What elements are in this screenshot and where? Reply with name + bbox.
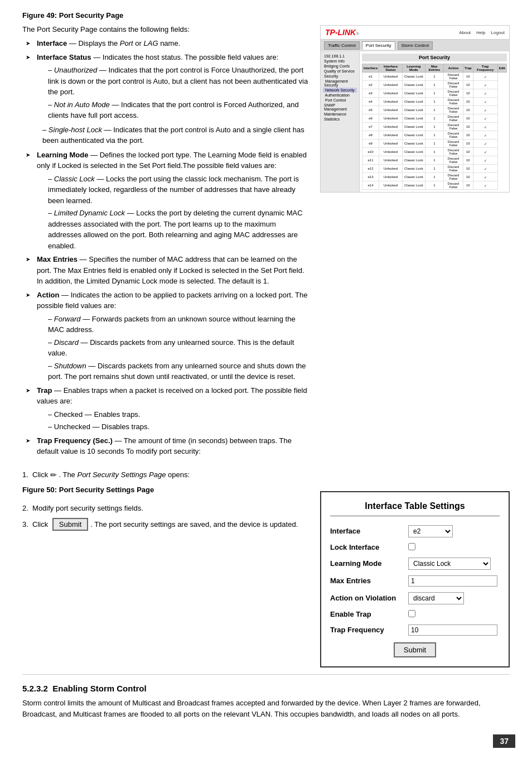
label-lock-interface: Lock Interface	[330, 543, 408, 551]
trap-frequency-input[interactable]	[408, 625, 497, 636]
settings-row-interface: Interface e2 e1 e3 e4	[330, 525, 500, 537]
sidebar-system: System Info	[323, 59, 357, 64]
table-cell: Classic Lock	[402, 148, 425, 156]
table-cell: ✓	[473, 114, 497, 123]
table-cell: Unlocked	[379, 73, 403, 81]
nav-about: About	[459, 30, 471, 35]
router-header: TP-LINK® About Help Logout	[321, 26, 509, 40]
sidebar-network-security: Network Security	[323, 88, 357, 93]
table-cell: 10	[463, 114, 473, 123]
table-cell: Unlocked	[379, 156, 403, 165]
table-cell: Classic Lock	[402, 89, 425, 98]
value-max-entries[interactable]	[408, 575, 500, 587]
table-cell: 1	[425, 140, 443, 148]
table-cell: 10	[463, 181, 473, 190]
table-cell: Unlocked	[379, 181, 403, 190]
tab-port-security: Port Security	[362, 41, 395, 50]
lock-interface-checkbox[interactable]	[408, 543, 415, 550]
table-cell: e2	[362, 81, 379, 89]
table-row: e2UnlockedClassic Lock1Discard False10✓	[362, 81, 507, 89]
value-interface[interactable]: e2 e1 e3 e4	[408, 525, 500, 537]
figure50-title: Figure 50: Port Security Settings Page	[22, 486, 309, 494]
interface-select[interactable]: e2 e1 e3 e4	[408, 525, 453, 537]
sidebar-bridging: Bridging Confs	[323, 64, 357, 69]
field-action: Action — Indicates the action to be appl…	[28, 290, 309, 382]
router-table: Interface Interface Status Learning Mode…	[362, 64, 507, 190]
table-cell: Discard False	[443, 114, 463, 123]
nav-logout: Logout	[491, 30, 505, 35]
table-row: e13UnlockedClassic Lock1Discard False10✓	[362, 173, 507, 181]
table-cell: e14	[362, 181, 379, 190]
value-trap-frequency[interactable]	[408, 625, 500, 636]
value-learning-mode[interactable]: Classic Lock Limited Dynamic Lock	[408, 558, 500, 570]
table-cell: 10	[463, 123, 473, 131]
sidebar-qos: Quality of Service	[323, 69, 357, 74]
sidebar-security: Security	[323, 74, 357, 79]
table-cell: e3	[362, 89, 379, 98]
status-unauthorized: Unauthorized — Indicates that the port c…	[48, 65, 309, 98]
value-action[interactable]: discard forward shutdown	[408, 592, 500, 604]
router-sidebar: 192.168.1.1 System Info Bridging Confs Q…	[321, 51, 360, 192]
table-cell: ✓	[473, 165, 497, 173]
sidebar-auth: Authentication	[323, 93, 357, 98]
pencil-icon: ✏	[50, 469, 57, 481]
submit-button[interactable]: Submit	[394, 642, 436, 657]
field-max-entries: Max Entries — Specifies the number of MA…	[28, 254, 309, 287]
table-cell: 10	[463, 73, 473, 81]
table-cell: Discard False	[443, 140, 463, 148]
table-cell: Classic Lock	[402, 81, 425, 89]
table-cell: Classic Lock	[402, 140, 425, 148]
sidebar-snmp: SNMP Management	[323, 103, 357, 112]
table-cell: e4	[362, 98, 379, 106]
learning-mode-values: Classic Lock — Locks the port using the …	[37, 174, 309, 252]
learning-mode-select[interactable]: Classic Lock Limited Dynamic Lock	[408, 558, 491, 570]
table-cell: ✓	[473, 106, 497, 114]
max-entries-input[interactable]	[408, 575, 497, 587]
table-cell: ✓	[473, 89, 497, 98]
label-action: Action on Violation	[330, 594, 408, 602]
label-enable-trap: Enable Trap	[330, 610, 408, 618]
table-cell: 10	[463, 98, 473, 106]
settings-panel: Interface Table Settings Interface e2 e1…	[320, 491, 510, 667]
table-cell: 1	[425, 123, 443, 131]
table-cell: Discard False	[443, 165, 463, 173]
table-cell: 10	[463, 140, 473, 148]
page-number: 37	[493, 734, 515, 748]
table-cell: e8	[362, 131, 379, 140]
table-cell: 10	[463, 81, 473, 89]
table-cell: ✓	[473, 131, 497, 140]
table-cell: Classic Lock	[402, 181, 425, 190]
col-trap: Trap	[463, 64, 473, 73]
value-lock-interface[interactable]	[408, 543, 500, 552]
field-interface-status: Interface Status — Indicates the host st…	[28, 52, 309, 121]
action-select[interactable]: discard forward shutdown	[408, 592, 464, 604]
router-nav: About Help Logout	[459, 30, 505, 35]
table-cell: 10	[463, 89, 473, 98]
table-cell: ✓	[473, 148, 497, 156]
table-row: e1UnlockedClassic Lock1Discard False10✓	[362, 73, 507, 81]
table-cell: ✓	[473, 73, 497, 81]
table-cell: Unlocked	[379, 140, 403, 148]
field-learning-mode: Learning Mode — Defines the locked port …	[28, 150, 309, 252]
settings-panel-container: Interface Table Settings Interface e2 e1…	[320, 486, 510, 667]
table-row: e5UnlockedClassic Lock1Discard False10✓	[362, 106, 507, 114]
table-cell: Classic Lock	[402, 173, 425, 181]
submit-inline-button[interactable]: Submit	[52, 518, 88, 531]
tab-storm-control: Storm Control	[398, 41, 433, 50]
settings-panel-title: Interface Table Settings	[330, 501, 500, 516]
table-cell: Discard False	[443, 156, 463, 165]
router-main: Port Security Interface Interface Status…	[360, 51, 509, 192]
settings-row-trap-freq: Trap Frequency	[330, 625, 500, 636]
table-cell: Unlocked	[379, 173, 403, 181]
field-trap-frequency: Trap Frequency (Sec.) — The amount of ti…	[28, 435, 309, 457]
enable-trap-checkbox[interactable]	[408, 610, 415, 617]
value-enable-trap[interactable]	[408, 610, 500, 619]
sidebar-port-control: Port Control	[323, 98, 357, 103]
single-host-lock: Single-host Lock — Indicates that the po…	[22, 124, 309, 146]
settings-row-lock-interface: Lock Interface	[330, 543, 500, 552]
sidebar-maintenance: Maintenance	[323, 112, 357, 117]
action-discard: Discard — Discards packets from any unle…	[48, 337, 309, 359]
section-intro: The Port Security Page contains the foll…	[22, 25, 309, 33]
sidebar-mgmt-security: Management Security	[323, 79, 357, 88]
section-heading-522: 5.2.3.2 Enabling Storm Control	[22, 684, 510, 693]
